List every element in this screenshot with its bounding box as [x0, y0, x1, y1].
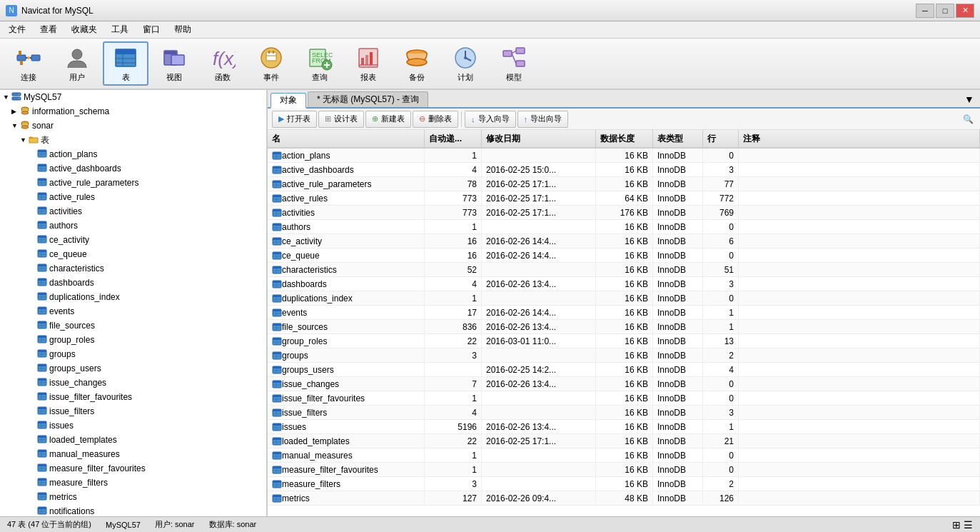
tree-item-active_rule_parameters[interactable]: active_rule_parameters: [0, 176, 266, 190]
toolbar-btn-查询[interactable]: SELECTFROM查询: [297, 41, 343, 86]
tree-item-groups_users[interactable]: groups_users: [0, 361, 266, 376]
tree-item-sonar[interactable]: ▼sonar: [0, 119, 266, 133]
menu-item-帮助[interactable]: 帮助: [168, 22, 197, 37]
toolbar-btn-视图[interactable]: 视图: [151, 41, 197, 86]
tree-item-MySQL57[interactable]: ▼MySQL57: [0, 90, 266, 104]
table-row[interactable]: metrics1272016-02-26 09:4...48 KBInnoDB1…: [268, 491, 980, 506]
menu-item-查看[interactable]: 查看: [34, 22, 63, 37]
tree-item-action_plans[interactable]: action_plans: [0, 147, 266, 161]
tree-item-group_roles[interactable]: group_roles: [0, 333, 266, 347]
cell-auto: 3: [425, 348, 482, 362]
menu-item-窗口[interactable]: 窗口: [137, 22, 166, 37]
toolbar-btn-表[interactable]: 表: [103, 41, 148, 86]
table-row[interactable]: loaded_templates222016-02-25 17:1...16 K…: [268, 434, 980, 448]
tree-icon: [37, 477, 47, 489]
delete-table-button[interactable]: ⊖ 删除表: [413, 111, 458, 128]
table-row[interactable]: duplications_index116 KBInnoDB0: [268, 291, 980, 306]
table-row[interactable]: measure_filter_favourites116 KBInnoDB0: [268, 463, 980, 477]
minimize-button[interactable]: ─: [916, 4, 934, 18]
tree-item-ce_queue[interactable]: ce_queue: [0, 247, 266, 261]
tree-label: issue_filter_favourites: [49, 392, 132, 402]
table-row[interactable]: action_plans116 KBInnoDB0: [268, 149, 980, 163]
tree-item-issue_filter_favourites[interactable]: issue_filter_favourites: [0, 390, 266, 404]
table-row[interactable]: issue_filter_favourites116 KBInnoDB0: [268, 391, 980, 406]
tree-item-groups[interactable]: groups: [0, 347, 266, 361]
tree-item-characteristics[interactable]: characteristics: [0, 261, 266, 276]
tab-extra-btn[interactable]: ▼: [961, 91, 977, 107]
toolbar-btn-备份[interactable]: 备份: [394, 41, 440, 86]
svg-rect-220: [273, 338, 281, 340]
tree-item-notifications[interactable]: notifications: [0, 504, 266, 516]
table-row[interactable]: groups316 KBInnoDB2: [268, 348, 980, 363]
table-row[interactable]: ce_activity162016-02-26 14:4...16 KBInno…: [268, 234, 980, 249]
tree-item-file_sources[interactable]: file_sources: [0, 318, 266, 333]
tree-item-authors[interactable]: authors: [0, 219, 266, 233]
toolbar-btn-计划[interactable]: 计划: [443, 41, 488, 86]
cell-name: file_sources: [268, 320, 425, 333]
toolbar-btn-报表[interactable]: 报表: [345, 41, 391, 86]
table-row[interactable]: events172016-02-26 14:4...16 KBInnoDB1: [268, 306, 980, 320]
toolbar-btn-用户[interactable]: 用户: [54, 41, 100, 86]
table-row[interactable]: active_rules7732016-02-25 17:1...64 KBIn…: [268, 191, 980, 206]
cell-auto: 16: [425, 234, 482, 248]
table-row[interactable]: activities7732016-02-25 17:1...176 KBInn…: [268, 206, 980, 220]
tree-item-ce_activity[interactable]: ce_activity: [0, 233, 266, 247]
close-button[interactable]: ✕: [956, 4, 974, 18]
table-row[interactable]: group_roles222016-03-01 11:0...16 KBInno…: [268, 334, 980, 348]
tree-item-measure_filter_favourites[interactable]: measure_filter_favourites: [0, 461, 266, 476]
toolbar-btn-连接[interactable]: 连接: [6, 41, 51, 86]
svg-rect-240: [273, 409, 281, 411]
design-table-button[interactable]: ⊞ 设计表: [318, 111, 364, 128]
tree-item-activities[interactable]: activities: [0, 204, 266, 219]
search-button[interactable]: 🔍: [960, 111, 976, 127]
menu-item-文件[interactable]: 文件: [3, 22, 31, 37]
table-row[interactable]: issue_changes72016-02-26 13:4...16 KBInn…: [268, 377, 980, 391]
table-row[interactable]: measure_filters316 KBInnoDB2: [268, 477, 980, 491]
maximize-button[interactable]: □: [936, 4, 954, 18]
tree-item-manual_measures[interactable]: manual_measures: [0, 447, 266, 461]
toolbar-btn-事件[interactable]: 事件: [248, 41, 294, 86]
menu-item-工具[interactable]: 工具: [106, 22, 134, 37]
tree-item-duplications_index[interactable]: duplications_index: [0, 290, 266, 304]
table-row[interactable]: active_dashboards42016-02-25 15:0...16 K…: [268, 163, 980, 177]
table-row[interactable]: authors116 KBInnoDB0: [268, 220, 980, 234]
table-row[interactable]: groups_users2016-02-25 14:2...16 KBInnoD…: [268, 363, 980, 377]
table-row[interactable]: file_sources8362016-02-26 13:4...16 KBIn…: [268, 320, 980, 334]
table-row[interactable]: issues51962016-02-26 13:4...16 KBInnoDB1: [268, 420, 980, 434]
user-icon: [64, 45, 90, 71]
tree-item-issue_filters[interactable]: issue_filters: [0, 404, 266, 418]
table-row[interactable]: active_rule_parameters782016-02-25 17:1.…: [268, 177, 980, 191]
tree-item-表[interactable]: ▼表: [0, 133, 266, 147]
grid-view-btn[interactable]: ⊞: [952, 519, 961, 531]
table-row[interactable]: ce_queue162016-02-26 14:4...16 KBInnoDB0: [268, 249, 980, 263]
table-row[interactable]: manual_measures116 KBInnoDB0: [268, 448, 980, 463]
tree-item-issue_changes[interactable]: issue_changes: [0, 376, 266, 390]
list-view-btn[interactable]: ☰: [964, 519, 973, 531]
table-row[interactable]: dashboards42016-02-26 13:4...16 KBInnoDB…: [268, 277, 980, 291]
tree-item-metrics[interactable]: metrics: [0, 490, 266, 504]
import-wizard-button[interactable]: ↓ 导入向导: [465, 111, 516, 128]
table-row[interactable]: characteristics5216 KBInnoDB51: [268, 263, 980, 277]
tree-item-events[interactable]: events: [0, 304, 266, 318]
menu-item-收藏夹[interactable]: 收藏夹: [66, 22, 103, 37]
tree-item-measure_filters[interactable]: measure_filters: [0, 476, 266, 490]
cell-auto: 773: [425, 191, 482, 205]
expand-arrow-icon: ▼: [11, 122, 20, 129]
tab-object[interactable]: 对象: [271, 93, 306, 109]
table-row[interactable]: issue_filters416 KBInnoDB3: [268, 406, 980, 420]
toolbar-btn-模型[interactable]: 模型: [491, 41, 537, 86]
tree-item-issues[interactable]: issues: [0, 418, 266, 433]
toolbar-btn-函数[interactable]: f(x)函数: [200, 41, 246, 86]
tree-item-dashboards[interactable]: dashboards: [0, 276, 266, 290]
tab-query[interactable]: * 无标题 (MySQL57) - 查询: [308, 91, 428, 107]
tree-item-information_schema[interactable]: ▶information_schema: [0, 104, 266, 119]
open-table-button[interactable]: ▶ 打开表: [272, 111, 317, 128]
right-panel: 对象 * 无标题 (MySQL57) - 查询 ▼ ▶ 打开表 ⊞ 设计表 ⊕ …: [268, 90, 980, 516]
tree-item-active_dashboards[interactable]: active_dashboards: [0, 161, 266, 176]
export-wizard-button[interactable]: ↑ 导出向导: [517, 111, 569, 128]
new-table-button[interactable]: ⊕ 新建表: [365, 111, 411, 128]
cell-size: 48 KB: [596, 491, 653, 505]
tree-item-loaded_templates[interactable]: loaded_templates: [0, 433, 266, 447]
cell-auto: 3: [425, 477, 482, 491]
tree-item-active_rules[interactable]: active_rules: [0, 190, 266, 204]
